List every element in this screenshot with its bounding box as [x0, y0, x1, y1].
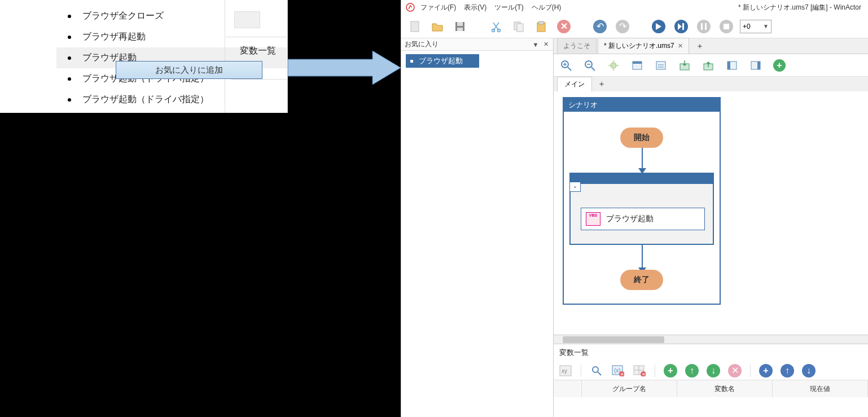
var-down-button[interactable]: ↓ [706, 363, 721, 378]
scenario-canvas[interactable]: シナリオ 開始 - ブラウザ起動 [554, 91, 868, 344]
delete-button[interactable]: ✕ [555, 17, 573, 36]
tab-welcome[interactable]: ようこそ [557, 38, 597, 54]
zoom-out-button[interactable] [582, 58, 598, 73]
new-scenario-tab-button[interactable]: ＋ [592, 77, 611, 91]
close-icon[interactable]: ✕ [678, 42, 683, 50]
undo-icon: ↶ [593, 20, 607, 33]
favorites-panel: お気に入り ▼ ✕ ブラウザ起動 [401, 38, 554, 417]
dropdown-icon[interactable]: ▼ [532, 41, 540, 49]
play-button[interactable] [650, 17, 668, 36]
menu-help[interactable]: ヘルプ(H) [532, 3, 562, 12]
bullet-icon [68, 98, 71, 102]
horizontal-scrollbar[interactable] [554, 335, 868, 344]
list-item-label: ブラウザ再起動 [82, 31, 146, 43]
panel-button-2[interactable] [748, 58, 764, 73]
var-search-button[interactable] [589, 363, 604, 378]
context-menu-add-favorite[interactable]: お気に入りに追加 [116, 61, 262, 79]
var-remove-button[interactable]: ✕ [727, 363, 742, 378]
pause-button[interactable] [695, 17, 713, 36]
tab-scenario-file[interactable]: * 新しいシナリオ.ums7 ✕ [598, 38, 689, 54]
menu-file[interactable]: ファイル(F) [420, 3, 456, 12]
speed-selector[interactable]: +0 ▼ [740, 20, 771, 33]
open-button[interactable] [428, 17, 446, 36]
start-node[interactable]: 開始 [620, 128, 663, 148]
var-up2-button[interactable]: ↑ [780, 363, 795, 378]
undo-button[interactable]: ↶ [591, 17, 609, 36]
var-up-button[interactable]: ↑ [685, 363, 699, 378]
table-col-varname[interactable]: 変数名 [677, 380, 773, 397]
scissors-icon [490, 20, 502, 33]
svg-marker-0 [288, 51, 401, 85]
collapse-handle[interactable]: - [569, 182, 581, 192]
left-panel: 変数一覧 ブラウザ全クローズ ブラウザ再起動 ブラウザ起動 ブラウザ起動（ドライ… [0, 0, 288, 113]
xy-icon: xy [559, 365, 572, 376]
plus-circle-icon: + [664, 364, 677, 378]
var-add-button[interactable]: + [663, 363, 678, 378]
import-button[interactable] [677, 58, 692, 73]
svg-marker-12 [656, 23, 661, 30]
svg-marker-13 [678, 23, 682, 30]
var-grid-delete-button[interactable]: ✕ [632, 363, 647, 378]
variables-panel: 変数一覧 xy (x)✕ ✕ + ↑ ↓ ✕ + ↑ ↓ [554, 344, 868, 417]
variable-list-label: 変数一覧 [240, 45, 276, 57]
step-button[interactable] [672, 17, 690, 36]
window-list-button[interactable] [653, 58, 669, 73]
arrow-down-icon: ↓ [802, 364, 816, 378]
node-label: 終了 [634, 275, 650, 285]
svg-rect-17 [724, 24, 729, 29]
new-tab-button[interactable]: ＋ [690, 39, 709, 54]
group-node[interactable]: - ブラウザ起動 [569, 173, 714, 245]
close-icon[interactable]: ✕ [542, 41, 550, 49]
tab-main[interactable]: メイン [557, 77, 592, 91]
window-list-icon [655, 59, 667, 72]
scenario-container[interactable]: シナリオ 開始 - ブラウザ起動 [563, 97, 721, 305]
end-node[interactable]: 終了 [620, 270, 663, 290]
record-button[interactable] [606, 58, 621, 73]
var-add2-button[interactable]: + [759, 363, 773, 378]
redo-button[interactable]: ↷ [613, 17, 632, 36]
context-menu-label: お気に入りに追加 [155, 65, 223, 76]
copy-button[interactable] [510, 17, 528, 36]
svg-rect-2 [411, 21, 419, 32]
favorite-item[interactable]: ブラウザ起動 [406, 54, 479, 68]
var-x-delete-button[interactable]: (x)✕ [611, 363, 625, 378]
title-bar: ファイル(F) 表示(V) ツール(T) ヘルプ(H) * 新しいシナリオ.um… [401, 0, 868, 15]
flow-connector [642, 245, 643, 270]
variables-toolbar: xy (x)✕ ✕ + ↑ ↓ ✕ + ↑ ↓ [554, 361, 868, 380]
panel-icon [726, 59, 738, 72]
var-down2-button[interactable]: ↓ [801, 363, 816, 378]
redo-icon: ↷ [616, 20, 629, 33]
export-button[interactable] [700, 58, 716, 73]
table-col-group[interactable]: グループ名 [582, 380, 677, 397]
scrollbar-stub[interactable] [234, 11, 260, 28]
speed-value: +0 [743, 23, 751, 30]
scenario-body: 開始 - ブラウザ起動 終了 [564, 112, 720, 304]
panel-button-1[interactable] [724, 58, 740, 73]
table-col-blank[interactable] [554, 380, 582, 397]
scenario-tabs: メイン ＋ [554, 77, 868, 91]
svg-point-25 [611, 63, 616, 68]
copy-icon [512, 20, 525, 33]
col-label: 変数名 [714, 384, 735, 394]
step-forward-icon [674, 20, 688, 33]
scrollbar-thumb[interactable] [563, 336, 664, 343]
vbs-icon [586, 212, 600, 226]
save-button[interactable] [451, 17, 469, 36]
svg-rect-11 [539, 21, 543, 24]
panel-icon [749, 59, 762, 72]
table-col-value[interactable]: 現在値 [773, 380, 868, 397]
stop-button[interactable] [717, 17, 735, 36]
menu-tool[interactable]: ツール(T) [494, 3, 523, 12]
action-node[interactable]: ブラウザ起動 [581, 208, 705, 230]
window-button[interactable] [629, 58, 645, 73]
new-file-button[interactable] [406, 17, 424, 36]
arrow-up-icon: ↑ [685, 364, 699, 378]
paste-button[interactable] [532, 17, 550, 36]
zoom-in-button[interactable] [558, 58, 574, 73]
menu-view[interactable]: 表示(V) [464, 3, 486, 12]
cut-button[interactable] [487, 17, 505, 36]
var-xy-button[interactable]: xy [558, 363, 573, 378]
chevron-down-icon: ▼ [763, 23, 769, 29]
separator [750, 365, 751, 377]
add-node-button[interactable]: + [771, 58, 787, 73]
